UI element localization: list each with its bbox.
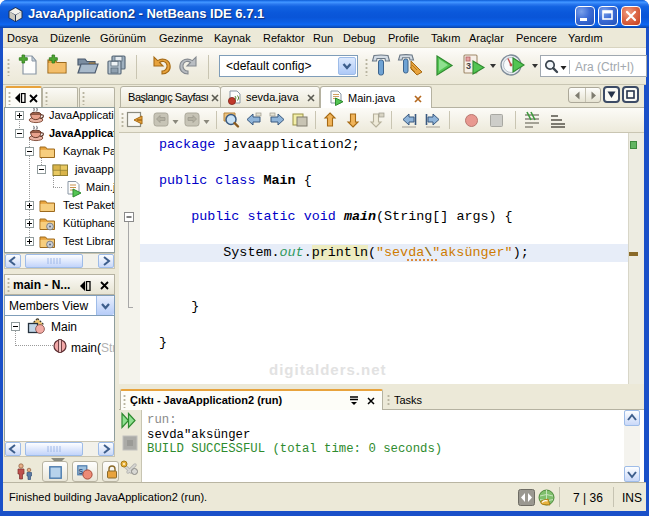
svg-text:3: 3 bbox=[466, 61, 471, 71]
